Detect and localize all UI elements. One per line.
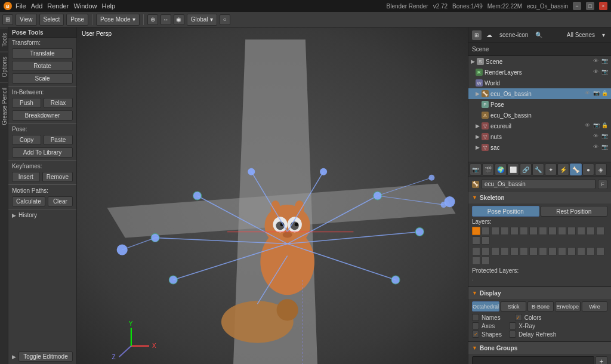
arm-eye-icon[interactable]: 👁: [585, 90, 592, 97]
render-props-icon[interactable]: 📷: [470, 164, 482, 175]
menu-window[interactable]: Window: [73, 2, 97, 10]
arm-render-icon[interactable]: 📷: [593, 90, 600, 97]
outliner-item-armature[interactable]: ▶ 🦴 ecu_Os_bassin 👁 📷 🔒: [468, 88, 611, 99]
relax-button[interactable]: Relax: [44, 98, 73, 108]
viewport[interactable]: User Persp: [77, 27, 468, 364]
outliner-item-renderlayers[interactable]: R RenderLayers 👁 📷: [468, 67, 611, 78]
layer-5[interactable]: [510, 227, 519, 235]
texture-props-icon[interactable]: ◈: [595, 164, 607, 175]
skeleton-header[interactable]: ▼ Skeleton: [468, 192, 611, 203]
grid-icon[interactable]: ⊞: [472, 30, 482, 40]
xray-checkbox[interactable]: [509, 322, 516, 329]
layer-20[interactable]: [501, 247, 509, 255]
pivot-icon[interactable]: ⊕: [147, 14, 158, 25]
layer-7[interactable]: [529, 227, 538, 235]
view-icon[interactable]: ⊞: [2, 14, 13, 25]
layer-19[interactable]: [491, 247, 499, 255]
global-dropdown[interactable]: Global ▾: [187, 14, 217, 26]
scale-button[interactable]: Scale: [12, 73, 73, 84]
save-icon[interactable]: ☁: [484, 30, 495, 39]
options-tab[interactable]: Options: [0, 51, 8, 82]
f-badge[interactable]: F: [598, 180, 607, 189]
layer-9[interactable]: [548, 227, 557, 235]
outliner-item-pose[interactable]: P Pose: [468, 99, 611, 110]
layer-1[interactable]: [472, 227, 480, 235]
octahedral-button[interactable]: Octahedral: [472, 301, 499, 311]
sac-render-icon[interactable]: 📷: [601, 144, 609, 151]
layer-3[interactable]: [491, 227, 499, 235]
push-button[interactable]: Push: [12, 98, 41, 108]
rl-eye-icon[interactable]: 👁: [593, 69, 600, 76]
outliner-item-world[interactable]: W World: [468, 78, 611, 88]
ec-render-icon[interactable]: 📷: [593, 122, 600, 129]
object-name-field[interactable]: [482, 179, 595, 189]
grease-pencil-tab[interactable]: Grease Pencil: [0, 82, 8, 130]
translate-button[interactable]: Translate: [12, 48, 73, 58]
search-icon[interactable]: 🔍: [533, 30, 545, 39]
snap-icon[interactable]: ◉: [174, 14, 184, 25]
layer-10[interactable]: [558, 227, 566, 235]
rest-position-button[interactable]: Rest Position: [541, 206, 608, 217]
outliner-item-ecureuil[interactable]: ▶ ▽ ecureuil 👁 📷 🔒: [468, 121, 611, 131]
particles-props-icon[interactable]: ✦: [545, 164, 557, 175]
outliner-item-sac[interactable]: ▶ ▽ sac 👁 📷: [468, 142, 611, 153]
physics-props-icon[interactable]: ⚡: [557, 164, 569, 175]
nuts-render-icon[interactable]: 📷: [601, 133, 609, 140]
tools-tab[interactable]: Tools: [0, 27, 8, 51]
scenes-dropdown-icon[interactable]: ▾: [600, 30, 607, 39]
outliner-item-arm-mesh[interactable]: A ecu_Os_bassin: [468, 110, 611, 121]
layer-21[interactable]: [510, 247, 519, 255]
layer-26[interactable]: [558, 247, 566, 255]
layer-32[interactable]: [482, 257, 490, 265]
stick-button[interactable]: Stick: [501, 301, 526, 311]
axes-checkbox[interactable]: [472, 322, 479, 329]
scene-render-icon[interactable]: 📷: [601, 58, 609, 65]
data-props-icon[interactable]: 🦴: [570, 164, 582, 175]
scene-props-icon[interactable]: 🎬: [482, 164, 494, 175]
insert-button[interactable]: Insert: [12, 172, 40, 182]
menu-file[interactable]: File: [16, 2, 26, 10]
rotate-button[interactable]: Rotate: [12, 61, 73, 71]
layer-24[interactable]: [539, 247, 547, 255]
outliner-item-scene[interactable]: ▶ S Scene 👁 📷: [468, 56, 611, 67]
breakdowner-button[interactable]: Breakdowner: [12, 110, 73, 121]
layer-4[interactable]: [501, 227, 509, 235]
pose-menu[interactable]: Pose: [66, 14, 88, 26]
remove-button[interactable]: Remove: [42, 172, 73, 182]
layer-15[interactable]: [472, 236, 480, 245]
rl-render-icon[interactable]: 📷: [601, 69, 609, 76]
bone-groups-header[interactable]: ▼ Bone Groups: [468, 342, 611, 354]
view-menu[interactable]: View: [16, 14, 37, 26]
layer-22[interactable]: [520, 247, 528, 255]
mode-dropdown[interactable]: Pose Mode ▾: [96, 14, 140, 26]
constraint-props-icon[interactable]: 🔗: [520, 164, 532, 175]
clear-button[interactable]: Clear: [48, 196, 73, 206]
bone-groups-list[interactable]: [472, 356, 594, 364]
proportional-icon[interactable]: ○: [220, 14, 230, 25]
bone-group-add-button[interactable]: +: [595, 356, 607, 364]
all-scenes-label[interactable]: All Scenes: [564, 30, 597, 39]
arm-lock-icon[interactable]: 🔒: [601, 90, 609, 97]
transform-icon[interactable]: ↔: [161, 14, 171, 25]
select-menu[interactable]: Select: [39, 14, 64, 26]
layer-14[interactable]: [596, 227, 604, 235]
sac-eye-icon[interactable]: 👁: [593, 144, 600, 151]
minimize-button[interactable]: −: [573, 2, 581, 10]
toggle-editmode-button[interactable]: Toggle Editmode: [18, 351, 73, 362]
delay-refresh-checkbox[interactable]: [509, 331, 516, 338]
layer-18[interactable]: [482, 247, 490, 255]
envelope-button[interactable]: Envelope: [555, 301, 581, 311]
layer-12[interactable]: [577, 227, 585, 235]
layer-29[interactable]: [587, 247, 595, 255]
add-to-library-button[interactable]: Add To Library: [12, 147, 73, 158]
material-props-icon[interactable]: ●: [582, 164, 594, 175]
paste-button[interactable]: Paste: [44, 135, 73, 145]
layer-28[interactable]: [577, 247, 585, 255]
modifier-props-icon[interactable]: 🔧: [532, 164, 544, 175]
ec-lock-icon[interactable]: 🔒: [601, 122, 609, 129]
wire-button[interactable]: Wire: [582, 301, 607, 311]
menu-add[interactable]: Add: [31, 2, 43, 10]
object-props-icon[interactable]: ⬜: [507, 164, 519, 175]
display-header[interactable]: ▼ Display: [468, 287, 611, 299]
shapes-checkbox[interactable]: [472, 331, 479, 338]
